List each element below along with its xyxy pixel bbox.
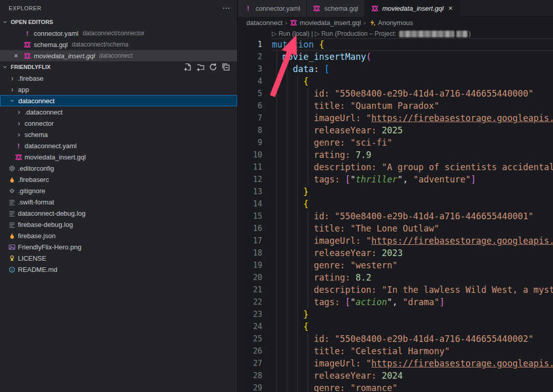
tab-schema.gql[interactable]: schema.gql xyxy=(307,0,364,17)
project-section-header[interactable]: › FRIENDLYFLIX xyxy=(0,61,237,73)
indent-guide xyxy=(297,100,298,112)
code-line-content[interactable]: genre: "western" xyxy=(272,259,398,271)
chevron-down-icon[interactable]: › xyxy=(9,97,16,105)
code-line-content[interactable]: { xyxy=(272,320,309,333)
indent-guide xyxy=(308,149,308,161)
open-editor-moviedata_insert.gql[interactable]: × moviedata_insert.gqldataconnect xyxy=(0,50,237,61)
chevron-right-icon[interactable]: › xyxy=(15,131,23,138)
indent-guide xyxy=(297,161,298,173)
indent-guide xyxy=(297,247,298,259)
code-line-content[interactable]: description: "In the lawless Wild West, … xyxy=(272,284,553,296)
chevron-right-icon[interactable]: › xyxy=(8,86,16,93)
code-line-13: 13 } xyxy=(238,186,553,198)
code-line-content[interactable]: title: "Quantum Paradox" xyxy=(272,100,440,112)
tree-item-app[interactable]: ›app xyxy=(0,84,237,95)
twisty-slot: › xyxy=(8,86,18,93)
code-line-content[interactable]: movie_insertMany( xyxy=(272,51,372,63)
tree-item-.firebaserc[interactable]: .firebaserc xyxy=(0,174,237,185)
explorer-sidebar: EXPLORER ⋯ › OPEN EDITORS !connector.yam… xyxy=(0,0,238,392)
code-line-content[interactable]: releaseYear: 2025 xyxy=(272,124,403,136)
tab-connector.yaml[interactable]: !connector.yaml xyxy=(238,0,307,17)
tree-item-README.md[interactable]: README.md xyxy=(0,264,237,275)
tree-item-dataconnect[interactable]: ›dataconnect xyxy=(0,95,237,106)
code-line-content[interactable]: } xyxy=(272,308,309,320)
tree-item-LICENSE[interactable]: LICENSE xyxy=(0,252,237,264)
indent-guide xyxy=(276,308,277,320)
tree-item-.dataconnect[interactable]: ›.dataconnect xyxy=(0,106,237,118)
code-line-content[interactable]: id: "550e8400-e29b-41d4-a716-44665544000… xyxy=(272,210,534,222)
code-line-content[interactable]: imageUrl: "https://firebasestorage.googl… xyxy=(272,235,553,247)
tree-item-firebase-debug.log[interactable]: firebase-debug.log xyxy=(0,219,237,230)
breadcrumb-item-dataconnect[interactable]: dataconnect xyxy=(246,19,283,27)
refresh-icon[interactable] xyxy=(209,63,217,71)
code-line-content[interactable]: { xyxy=(272,198,309,210)
code-area[interactable]: 1mutation {2 movie_insertMany(3 data: [4… xyxy=(238,38,553,392)
tree-item-.swift-format[interactable]: .swift-format xyxy=(0,196,237,207)
code-line-content[interactable]: releaseYear: 2024 xyxy=(272,370,403,382)
run-local-link[interactable]: ▷ Run (local) xyxy=(272,30,310,37)
indent-guide xyxy=(297,382,298,392)
open-editor-connector.yaml[interactable]: !connector.yamldataconnect/connector xyxy=(0,28,237,39)
code-line-content[interactable]: rating: 8.2 xyxy=(272,271,372,284)
project-actions xyxy=(183,63,230,71)
code-line-17: 17 imageUrl: "https://firebasestorage.go… xyxy=(238,235,553,247)
indent-guide xyxy=(276,173,277,186)
chevron-right-icon[interactable]: › xyxy=(8,75,16,82)
tree-item-.gitignore[interactable]: .gitignore xyxy=(0,185,237,196)
run-production-link[interactable]: ▷ Run (Production – Project: ) xyxy=(315,30,471,37)
tree-item-.firebase[interactable]: ›.firebase xyxy=(0,73,237,84)
indent-guide xyxy=(297,296,298,308)
code-line-content[interactable]: imageUrl: "https://firebasestorage.googl… xyxy=(272,112,553,124)
code-line-content[interactable]: tags: ["action", "drama"] xyxy=(272,296,445,308)
tree-item-firebase.json[interactable]: firebase.json xyxy=(0,230,237,241)
indent-guide xyxy=(287,333,287,345)
code-line-content[interactable]: description: "A group of scientists acci… xyxy=(272,161,553,173)
file-icon-slot xyxy=(8,176,18,183)
tree-item-connector[interactable]: ›connector xyxy=(0,118,237,129)
code-line-content[interactable]: title: "The Lone Outlaw" xyxy=(272,222,440,235)
tree-item-FriendlyFlix-Hero.png[interactable]: FriendlyFlix-Hero.png xyxy=(0,241,237,252)
code-line-content[interactable]: } xyxy=(272,186,309,198)
code-line-content[interactable]: tags: ["thriller", "adventure"] xyxy=(272,173,476,186)
indent-guide xyxy=(297,357,298,370)
indent-guide xyxy=(287,284,287,296)
code-line-content[interactable]: genre: "romance" xyxy=(272,382,398,392)
code-line-content[interactable]: genre: "sci-fi" xyxy=(272,136,392,149)
code-line-content[interactable]: id: "550e8400-e29b-41d4-a716-44665544000… xyxy=(272,333,534,345)
code-line-content[interactable]: id: "550e8400-e29b-41d4-a716-44665544000… xyxy=(272,87,534,100)
open-editors-header[interactable]: › OPEN EDITORS xyxy=(0,16,237,28)
breadcrumb-item-moviedata_insert.gql[interactable]: moviedata_insert.gql xyxy=(290,19,361,27)
collapse-all-icon[interactable] xyxy=(222,63,230,71)
close-icon[interactable]: × xyxy=(14,52,24,60)
code-line-content[interactable]: rating: 7.9 xyxy=(272,149,372,161)
new-file-icon[interactable] xyxy=(183,63,192,71)
tab-moviedata_insert.gql[interactable]: moviedata_insert.gql× xyxy=(365,0,459,17)
indent-guide xyxy=(297,87,298,100)
tree-item-dataconnect.yaml[interactable]: !dataconnect.yaml xyxy=(0,140,237,151)
tree-item-.editorconfig[interactable]: .editorconfig xyxy=(0,163,237,174)
tree-item-dataconnect-debug.log[interactable]: dataconnect-debug.log xyxy=(0,207,237,219)
chevron-right-icon[interactable]: › xyxy=(15,120,23,127)
indent-guide xyxy=(297,149,298,161)
more-actions-icon[interactable]: ⋯ xyxy=(222,6,230,11)
tree-item-moviedata_insert.gql[interactable]: moviedata_insert.gql xyxy=(0,151,237,163)
open-editor-schema.gql[interactable]: schema.gqldataconnect/schema xyxy=(0,39,237,50)
file-path-description: dataconnect xyxy=(99,52,132,59)
indent-guide xyxy=(276,370,277,382)
code-line-content[interactable]: mutation { xyxy=(272,38,324,51)
breadcrumb-item-Anonymous[interactable]: Anonymous xyxy=(368,19,413,27)
code-line-content[interactable]: data: [ xyxy=(272,63,330,75)
close-icon[interactable]: × xyxy=(448,5,453,11)
code-line-content[interactable]: title: "Celestial Harmony" xyxy=(272,345,450,357)
chevron-down-icon: › xyxy=(2,18,9,26)
new-folder-icon[interactable] xyxy=(196,63,204,71)
run-production-suffix: ) xyxy=(469,30,471,37)
graphql-icon xyxy=(290,19,297,27)
breadcrumb: dataconnect› moviedata_insert.gql› Anony… xyxy=(238,17,553,29)
chevron-right-icon[interactable]: › xyxy=(15,108,23,116)
code-line-content[interactable]: { xyxy=(272,75,309,87)
tree-item-schema[interactable]: ›schema xyxy=(0,129,237,140)
code-line-content[interactable]: imageUrl: "https://firebasestorage.googl… xyxy=(272,357,553,370)
file-name: .gitignore xyxy=(18,187,45,195)
code-line-content[interactable]: releaseYear: 2023 xyxy=(272,247,403,259)
